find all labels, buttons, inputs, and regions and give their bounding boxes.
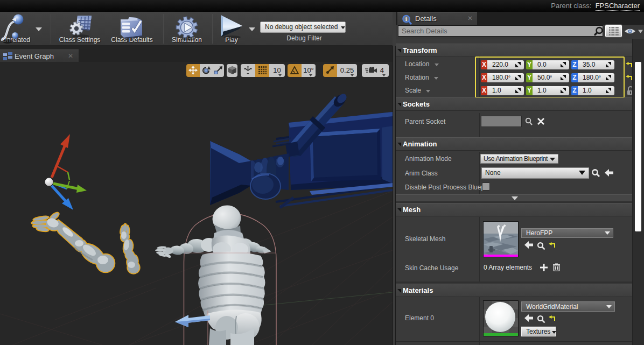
svg-text:i: i [405,16,407,22]
